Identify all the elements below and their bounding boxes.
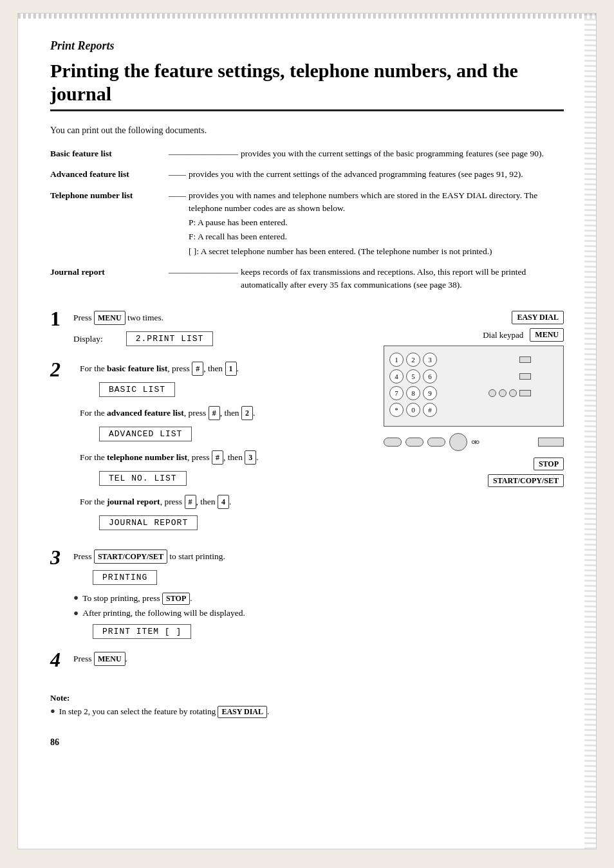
key-dial-0: 0 [406,403,420,417]
big-circle-1 [449,433,467,451]
display-basic: BASIC LIST [99,382,175,397]
step-1-text: Press MENU two times. [73,311,364,325]
keypad-row-2: 4 5 6 [389,369,531,383]
step-1-display-row: Display: 2.PRINT LIST [73,329,364,349]
hash-key-2: # [209,406,220,420]
step-3: 3 Press START/COPY/SET to start printing… [50,549,364,642]
feature-desc-basic: provides you with the current settings o… [241,147,564,162]
right-decorative-border [584,14,596,849]
device-rect-btn [538,438,564,447]
page-number: 86 [50,737,564,748]
steps-left: 1 Press MENU two times. Display: 2.PRINT… [50,311,364,680]
feature-desc-journal: keeps records of fax transmissions and r… [241,266,564,293]
key-2: 2 [241,406,253,420]
stop-key-inline: STOP [162,593,190,605]
section-label: Print Reports [50,39,564,53]
intro-text: You can print out the following document… [50,125,564,136]
side-rect-2 [519,373,531,380]
display-value-1: 2.PRINT LIST [126,331,214,346]
key-dial-8: 8 [406,386,420,400]
display-advanced: ADVANCED LIST [99,427,192,441]
feature-term-advanced: Advanced feature list [50,168,166,182]
key-dial-5: 5 [406,369,420,383]
step-2: 2 For the basic feature list, press #, t… [50,362,364,539]
step-4: 4 Press MENU. [50,652,364,670]
step-1: 1 Press MENU two times. Display: 2.PRINT… [50,311,364,351]
display-label-1: Display: [73,334,103,344]
key-3: 3 [245,450,256,465]
key-dial-hash: # [423,403,437,417]
feature-item-basic: Basic feature list ———————— provides you… [50,147,564,162]
keypad-row-4: * 0 # [389,403,531,417]
display-journal: JOURNAL REPORT [99,515,198,530]
easy-dial-note-key: EASY DIAL [218,706,267,718]
small-circle-3 [509,389,517,397]
feature-item-telephone: Telephone number list —— provides you wi… [50,189,564,259]
main-title: Printing the feature settings, telephone… [50,59,564,106]
oval-btn-3 [427,438,445,447]
hash-key-4: # [185,495,196,509]
hash-key-3: # [212,450,223,465]
keypad-row-1: 1 2 3 [389,353,531,367]
sub-step-telephone: For the telephone number list, press #, … [73,450,364,488]
feature-list: Basic feature list ———————— provides you… [50,147,564,293]
feature-item-advanced: Advanced feature list —— provides you wi… [50,168,564,182]
feature-desc-telephone: provides you with names and telephone nu… [189,189,564,259]
key-dial-4: 4 [389,369,404,383]
display-print-item: PRINT ITEM [ ] [93,624,191,639]
start-button-label: START/COPY/SET [488,474,564,487]
side-rect-3 [519,390,531,396]
steps-container: 1 Press MENU two times. Display: 2.PRINT… [50,311,564,680]
title-underline [50,109,564,111]
bold-telephone: telephone number list [107,452,187,462]
key-dial-6: 6 [423,369,437,383]
display-telephone: TEL NO. LIST [99,471,187,486]
oval-btn-2 [405,438,423,447]
top-decorative-border [18,14,596,19]
feature-term-journal: Journal report [50,266,166,293]
step-number-3: 3 [50,547,73,568]
key-dial-2: 2 [406,353,420,367]
keypad-row-3: 7 8 9 [389,386,531,400]
side-rect-1 [519,356,531,363]
step-3-content: Press START/COPY/SET to start printing. … [73,549,364,642]
key-dial-1: 1 [389,353,404,367]
start-copy-set-key: START/COPY/SET [94,549,167,564]
key-4: 4 [218,495,229,509]
menu-key-1: MENU [94,311,126,325]
feature-item-journal: Journal report ———————— keeps records of… [50,266,564,293]
key-dial-7: 7 [389,386,404,400]
key-dial-9: 9 [423,386,437,400]
step-2-content: For the basic feature list, press #, the… [73,362,364,539]
display-printing: PRINTING [93,570,157,585]
bold-journal: journal report [107,497,160,506]
easy-dial-label: EASY DIAL [512,311,564,324]
menu-key-4: MENU [94,652,126,666]
step-4-content: Press MENU. [73,652,364,670]
stop-button-label: STOP [534,457,564,470]
device-diagram-container: EASY DIAL Dial keypad MENU 1 2 3 [384,311,564,680]
hash-key-1: # [192,362,203,376]
sub-step-basic: For the basic feature list, press #, the… [73,362,364,400]
bullet-after: ● After printing, the following will be … [73,608,364,618]
key-dial-star: * [389,403,404,417]
feature-term-basic: Basic feature list [50,147,166,162]
page: Print Reports Printing the feature setti… [17,13,597,849]
small-circle-1 [488,389,496,397]
step-1-content: Press MENU two times. Display: 2.PRINT L… [73,311,364,351]
key-dial-3: 3 [423,353,437,367]
key-1: 1 [225,362,237,376]
step-number-2: 2 [50,359,73,380]
feature-dash-advanced: —— [166,168,189,182]
small-circle-2 [499,389,507,397]
sub-step-journal: For the journal report, press #, then 4.… [73,495,364,533]
feature-dash-telephone: —— [166,189,189,259]
oval-btn-1 [384,438,402,447]
bold-advanced: advanced feature list [107,408,184,418]
dial-keypad-label: Dial keypad [483,330,523,340]
note-section: Note: ● In step 2, you can select the fe… [50,693,564,718]
feature-desc-advanced: provides you with the current settings o… [189,168,564,182]
step-number-1: 1 [50,308,73,329]
bold-basic: basic feature list [107,364,167,373]
feature-term-telephone: Telephone number list [50,189,166,259]
